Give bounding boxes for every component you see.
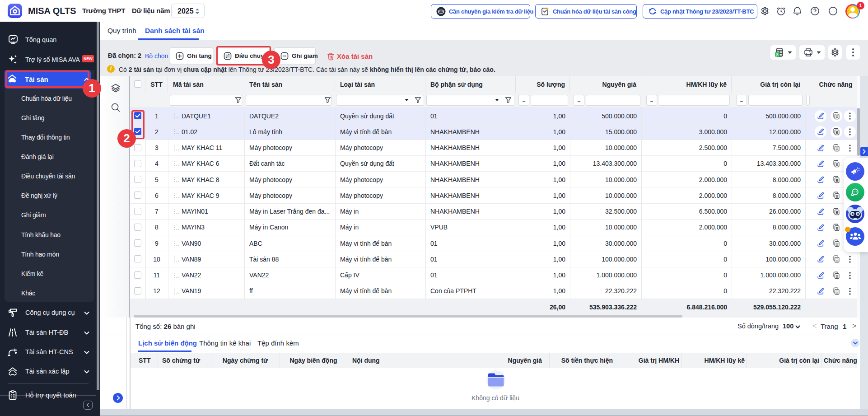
svg-text:X: X (776, 52, 779, 56)
